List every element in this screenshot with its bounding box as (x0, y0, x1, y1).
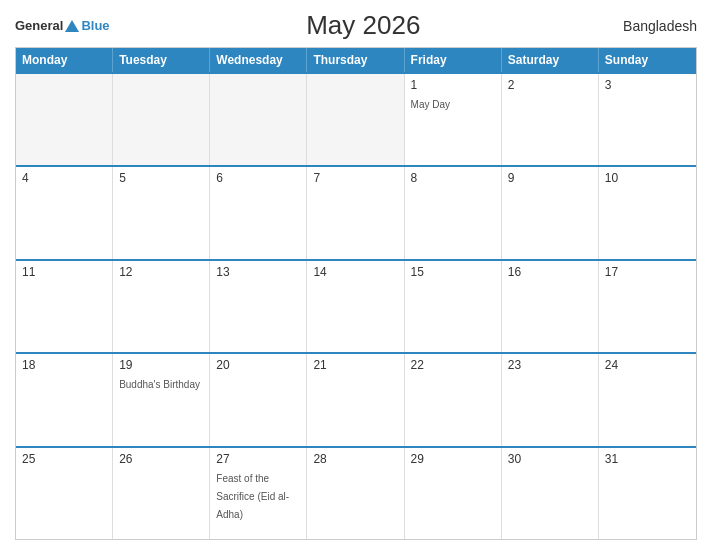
day-number: 29 (411, 452, 495, 466)
cal-cell: 7 (307, 167, 404, 258)
cal-cell: 8 (405, 167, 502, 258)
header-cell-monday: Monday (16, 48, 113, 72)
holiday-label: May Day (411, 99, 450, 110)
cal-cell: 20 (210, 354, 307, 445)
day-number: 18 (22, 358, 106, 372)
header-cell-tuesday: Tuesday (113, 48, 210, 72)
cal-cell: 30 (502, 448, 599, 539)
logo-triangle-icon (65, 20, 79, 32)
cal-cell: 27Feast of the Sacrifice (Eid al-Adha) (210, 448, 307, 539)
cal-cell: 17 (599, 261, 696, 352)
day-number: 31 (605, 452, 690, 466)
header: General Blue May 2026 Bangladesh (15, 10, 697, 41)
day-number: 25 (22, 452, 106, 466)
cal-cell: 9 (502, 167, 599, 258)
calendar-header: MondayTuesdayWednesdayThursdayFridaySatu… (16, 48, 696, 72)
week-row-3: 11121314151617 (16, 259, 696, 352)
week-row-4: 1819Buddha's Birthday2021222324 (16, 352, 696, 445)
day-number: 6 (216, 171, 300, 185)
day-number: 19 (119, 358, 203, 372)
day-number: 11 (22, 265, 106, 279)
day-number: 26 (119, 452, 203, 466)
week-row-5: 252627Feast of the Sacrifice (Eid al-Adh… (16, 446, 696, 539)
day-number: 1 (411, 78, 495, 92)
cal-cell: 18 (16, 354, 113, 445)
day-number: 23 (508, 358, 592, 372)
calendar-title: May 2026 (110, 10, 617, 41)
cal-cell: 15 (405, 261, 502, 352)
day-number: 22 (411, 358, 495, 372)
day-number: 30 (508, 452, 592, 466)
cal-cell: 1May Day (405, 74, 502, 165)
cal-cell: 14 (307, 261, 404, 352)
day-number: 20 (216, 358, 300, 372)
day-number: 10 (605, 171, 690, 185)
cal-cell: 28 (307, 448, 404, 539)
calendar: MondayTuesdayWednesdayThursdayFridaySatu… (15, 47, 697, 540)
cal-cell: 13 (210, 261, 307, 352)
day-number: 2 (508, 78, 592, 92)
day-number: 17 (605, 265, 690, 279)
cal-cell: 19Buddha's Birthday (113, 354, 210, 445)
cal-cell (113, 74, 210, 165)
day-number: 4 (22, 171, 106, 185)
day-number: 21 (313, 358, 397, 372)
cal-cell: 3 (599, 74, 696, 165)
cal-cell: 5 (113, 167, 210, 258)
logo: General Blue (15, 18, 110, 33)
cal-cell (307, 74, 404, 165)
cal-cell: 26 (113, 448, 210, 539)
day-number: 12 (119, 265, 203, 279)
cal-cell (210, 74, 307, 165)
cal-cell: 21 (307, 354, 404, 445)
cal-cell: 11 (16, 261, 113, 352)
cal-cell: 16 (502, 261, 599, 352)
cal-cell: 4 (16, 167, 113, 258)
day-number: 15 (411, 265, 495, 279)
week-row-2: 45678910 (16, 165, 696, 258)
cal-cell: 31 (599, 448, 696, 539)
holiday-label: Buddha's Birthday (119, 379, 200, 390)
cal-cell (16, 74, 113, 165)
day-number: 28 (313, 452, 397, 466)
page: General Blue May 2026 Bangladesh MondayT… (0, 0, 712, 550)
cal-cell: 12 (113, 261, 210, 352)
day-number: 27 (216, 452, 300, 466)
cal-cell: 23 (502, 354, 599, 445)
logo-blue-text: Blue (81, 18, 109, 33)
header-cell-thursday: Thursday (307, 48, 404, 72)
header-cell-sunday: Sunday (599, 48, 696, 72)
cal-cell: 29 (405, 448, 502, 539)
holiday-label: Feast of the Sacrifice (Eid al-Adha) (216, 473, 289, 520)
day-number: 16 (508, 265, 592, 279)
day-number: 7 (313, 171, 397, 185)
day-number: 13 (216, 265, 300, 279)
cal-cell: 25 (16, 448, 113, 539)
calendar-body: 1May Day2345678910111213141516171819Budd… (16, 72, 696, 539)
header-cell-wednesday: Wednesday (210, 48, 307, 72)
country-label: Bangladesh (617, 18, 697, 34)
day-number: 5 (119, 171, 203, 185)
cal-cell: 22 (405, 354, 502, 445)
header-cell-saturday: Saturday (502, 48, 599, 72)
cal-cell: 2 (502, 74, 599, 165)
day-number: 8 (411, 171, 495, 185)
day-number: 24 (605, 358, 690, 372)
logo-general-text: General (15, 18, 63, 33)
cal-cell: 24 (599, 354, 696, 445)
day-number: 3 (605, 78, 690, 92)
day-number: 9 (508, 171, 592, 185)
cal-cell: 6 (210, 167, 307, 258)
day-number: 14 (313, 265, 397, 279)
cal-cell: 10 (599, 167, 696, 258)
header-cell-friday: Friday (405, 48, 502, 72)
week-row-1: 1May Day23 (16, 72, 696, 165)
